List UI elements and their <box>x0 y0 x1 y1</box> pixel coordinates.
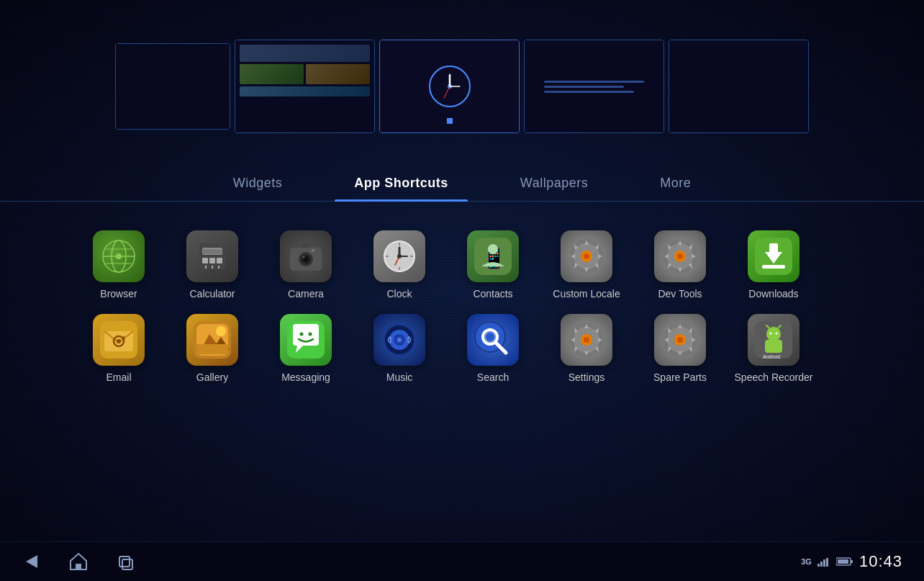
app-item-browser[interactable]: Browser <box>72 223 166 307</box>
calculator-label: Calculator <box>189 288 235 299</box>
app-item-custom-locale[interactable]: Custom Locale <box>540 223 633 307</box>
screens-preview-row <box>0 0 924 166</box>
camera-label: Camera <box>288 288 324 299</box>
app-item-spare-parts[interactable]: Spare Parts <box>633 307 727 390</box>
screen3-content <box>380 40 519 132</box>
svg-rect-11 <box>199 243 225 269</box>
nav-buttons <box>22 552 135 571</box>
app-item-music[interactable]: Music <box>353 307 446 390</box>
svg-rect-93 <box>76 564 81 569</box>
news-image-3 <box>306 64 370 84</box>
email-icon <box>93 314 145 366</box>
dev-tools-label: Dev Tools <box>658 288 702 299</box>
app-item-clock[interactable]: Clock <box>353 223 446 307</box>
spare-parts-label: Spare Parts <box>653 371 707 383</box>
contacts-label: Contacts <box>473 288 512 299</box>
svg-point-47 <box>677 253 683 259</box>
signal-icon <box>817 557 830 567</box>
home-button[interactable] <box>69 552 88 571</box>
app-item-contacts[interactable]: 📱 Contacts <box>446 223 540 307</box>
svg-point-63 <box>300 333 304 336</box>
recent-apps-icon <box>117 552 135 571</box>
screen-thumb-4[interactable] <box>524 40 664 133</box>
speech-recorder-svg: Android <box>755 321 792 359</box>
email-label: Email <box>106 371 131 383</box>
screen-thumb-2[interactable] <box>235 40 375 133</box>
browser-icon <box>93 230 145 282</box>
messaging-icon <box>280 314 332 366</box>
svg-rect-96 <box>817 564 820 567</box>
clock-icon <box>373 230 425 282</box>
tab-widgets[interactable]: Widgets <box>197 166 319 201</box>
app-item-calculator[interactable]: Calculator <box>166 223 259 307</box>
app-item-downloads[interactable]: Downloads <box>727 223 820 307</box>
clock-label: Clock <box>386 288 412 299</box>
email-svg <box>100 321 137 359</box>
tab-app-shortcuts[interactable]: App Shortcuts <box>318 166 484 201</box>
app-item-gallery[interactable]: Gallery <box>166 307 259 390</box>
gallery-icon <box>186 314 238 366</box>
svg-rect-61 <box>196 344 228 354</box>
svg-point-36 <box>397 254 402 258</box>
tabs-bar: Widgets App Shortcuts Wallpapers More <box>0 166 924 202</box>
svg-point-60 <box>216 326 226 336</box>
svg-rect-98 <box>823 559 825 567</box>
app-item-email[interactable]: Email <box>72 307 166 390</box>
calculator-icon <box>186 230 238 282</box>
home-icon <box>69 552 88 571</box>
tab-more[interactable]: More <box>624 166 727 201</box>
browser-svg <box>100 238 137 275</box>
svg-point-64 <box>309 333 312 336</box>
music-svg <box>381 321 418 359</box>
downloads-label: Downloads <box>748 288 798 299</box>
settings-label: Settings <box>569 371 605 383</box>
svg-point-84 <box>766 327 781 341</box>
svg-rect-50 <box>769 243 778 253</box>
svg-rect-95 <box>122 559 132 569</box>
search-svg <box>474 321 512 359</box>
screen-thumb-1[interactable] <box>115 43 230 130</box>
clock-svg <box>381 238 418 275</box>
tab-wallpapers[interactable]: Wallpapers <box>484 166 624 201</box>
dev-tools-icon <box>654 230 706 282</box>
svg-text:Android: Android <box>763 354 780 359</box>
screen-thumb-3[interactable] <box>379 40 520 133</box>
speech-recorder-label: Speech Recorder <box>735 371 813 383</box>
screen-thumb-5[interactable] <box>669 40 809 133</box>
back-icon <box>22 552 40 571</box>
music-icon <box>373 314 425 366</box>
downloads-icon <box>748 230 800 282</box>
dev-tools-svg <box>661 238 699 275</box>
app-item-camera[interactable]: Camera <box>259 223 353 307</box>
svg-point-25 <box>303 256 305 258</box>
svg-rect-102 <box>838 559 848 564</box>
app-item-search[interactable]: Search <box>446 307 540 390</box>
speech-recorder-icon: Android <box>748 314 800 366</box>
svg-rect-51 <box>762 265 785 269</box>
search-icon <box>467 314 519 366</box>
analog-clock-sm <box>428 65 471 108</box>
app-item-settings[interactable]: Settings <box>540 307 633 390</box>
svg-line-4 <box>444 86 450 98</box>
apps-grid: Browser Calculator <box>0 209 924 405</box>
calculator-svg <box>194 238 231 275</box>
downloads-svg <box>755 238 792 275</box>
app-item-dev-tools[interactable]: Dev Tools <box>633 223 727 307</box>
svg-point-55 <box>117 339 121 343</box>
svg-rect-12 <box>202 248 222 255</box>
music-label: Music <box>386 371 413 383</box>
svg-point-43 <box>584 253 589 259</box>
back-button[interactable] <box>22 552 40 571</box>
status-bar: 3G 10:43 <box>0 541 924 581</box>
app-item-speech-recorder[interactable]: Android Speech Recorder <box>727 307 820 390</box>
svg-point-26 <box>312 249 314 252</box>
app-item-messaging[interactable]: Messaging <box>259 307 353 390</box>
messaging-svg <box>287 321 325 359</box>
svg-rect-97 <box>820 562 823 567</box>
recent-apps-button[interactable] <box>117 552 135 571</box>
svg-point-87 <box>770 333 772 335</box>
svg-rect-15 <box>217 258 222 264</box>
svg-point-82 <box>677 337 683 343</box>
settings-svg <box>568 321 605 359</box>
spare-parts-icon <box>654 314 706 366</box>
